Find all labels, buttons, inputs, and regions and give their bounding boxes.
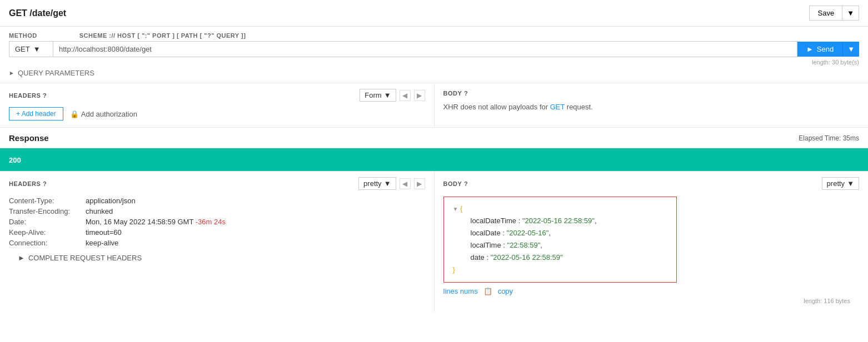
copy-icon: 📋 — [483, 287, 492, 295]
headers-controls: Form ▼ ◀ ▶ — [360, 89, 425, 102]
header-key: Keep-Alive: — [9, 228, 81, 237]
headers-title-row: HEADERS ? — [9, 91, 47, 99]
response-panels: HEADERS ? pretty ▼ ◀ ▶ Content-Type: app… — [0, 171, 868, 312]
query-params-label: QUERY PARAMETERS — [18, 69, 94, 77]
table-row: Keep-Alive: timeout=60 — [9, 228, 425, 237]
complete-request-headers-toggle[interactable]: ► COMPLETE REQUEST HEADERS — [9, 249, 425, 266]
top-bar: GET /date/get Save ▼ — [0, 0, 868, 27]
status-bar: 200 — [0, 148, 868, 171]
table-row: Transfer-Encoding: chunked — [9, 207, 425, 215]
url-input[interactable] — [53, 41, 797, 57]
method-url-row: GET ▼ ► Send ▼ — [9, 41, 859, 57]
header-val: chunked — [86, 207, 113, 215]
body-note-prefix: XHR does not allow payloads for — [443, 103, 550, 111]
header-val: keep-alive — [86, 239, 118, 247]
headers-help-icon[interactable]: ? — [43, 92, 47, 99]
status-code: 200 — [9, 156, 21, 164]
body-title: BODY — [443, 90, 462, 97]
response-header: Response Elapsed Time: 35ms — [0, 128, 868, 148]
lines-nums-label[interactable]: lines nums — [443, 287, 478, 295]
label-row: METHOD SCHEME :// HOST [ ":" PORT ] [ PA… — [9, 32, 859, 39]
header-actions: + Add header 🔒 Add authorization — [9, 107, 425, 120]
json-line: localTime : "22:58:59", — [453, 239, 667, 252]
header-key: Date: — [9, 218, 81, 226]
save-dropdown-button[interactable]: ▼ — [842, 6, 859, 21]
header-val: application/json — [86, 197, 136, 205]
elapsed-time: Elapsed Time: 35ms — [799, 134, 859, 142]
form-label: Form — [365, 91, 381, 99]
resp-headers-title-row: HEADERS ? — [9, 179, 47, 188]
send-dropdown-button[interactable]: ▼ — [842, 42, 859, 57]
method-select[interactable]: GET ▼ — [9, 41, 53, 57]
add-authorization-button[interactable]: 🔒 Add authorization — [70, 110, 137, 118]
resp-body-panel-header: BODY ? pretty ▼ — [443, 177, 860, 190]
body-note-suffix: request. — [567, 103, 593, 111]
request-section: METHOD SCHEME :// HOST [ ":" PORT ] [ PA… — [0, 27, 868, 83]
resp-headers-collapse-right-icon[interactable]: ▶ — [414, 178, 425, 189]
resp-headers-help-icon[interactable]: ? — [43, 180, 47, 187]
header-key: Transfer-Encoding: — [9, 207, 81, 215]
resp-headers-pretty-label: pretty — [363, 179, 382, 188]
send-button[interactable]: ► Send — [797, 42, 842, 57]
header-val: timeout=60 — [86, 228, 122, 237]
body-get-link: GET — [550, 103, 565, 111]
resp-body-pretty-dropdown[interactable]: pretty ▼ — [822, 177, 859, 190]
body-panel-header: BODY ? — [443, 89, 860, 97]
resp-headers-panel-header: HEADERS ? pretty ▼ ◀ ▶ — [9, 177, 425, 190]
body-title-row: BODY ? — [443, 89, 468, 97]
resp-headers-title: HEADERS — [9, 180, 41, 187]
resp-body-title: BODY — [443, 180, 462, 187]
response-headers-panel: HEADERS ? pretty ▼ ◀ ▶ Content-Type: app… — [0, 172, 435, 312]
send-arrow-icon: ► — [806, 45, 814, 53]
method-arrow-icon: ▼ — [33, 45, 41, 53]
save-btn-group: Save ▼ — [809, 6, 859, 21]
json-viewer: ▼ { localDateTime : "2022-05-16 22:58:59… — [443, 197, 677, 283]
body-help-icon[interactable]: ? — [464, 90, 468, 97]
header-key: Connection: — [9, 239, 81, 247]
resp-body-title-row: BODY ? — [443, 179, 468, 188]
headers-body-section: HEADERS ? Form ▼ ◀ ▶ + Add header 🔒 Add … — [0, 83, 868, 128]
resp-headers-collapse-left-icon[interactable]: ◀ — [400, 178, 411, 189]
lock-icon: 🔒 — [70, 110, 79, 118]
table-row: Date: Mon, 16 May 2022 14:58:59 GMT -36m… — [9, 218, 425, 226]
collapse-right-icon[interactable]: ▶ — [414, 90, 425, 101]
headers-title: HEADERS — [9, 92, 41, 99]
header-val: Mon, 16 May 2022 14:58:59 GMT -36m 24s — [86, 218, 226, 226]
body-note: XHR does not allow payloads for GET requ… — [443, 103, 860, 111]
headers-panel-header: HEADERS ? Form ▼ ◀ ▶ — [9, 89, 425, 102]
response-body-panel: BODY ? pretty ▼ ▼ { localDateTime : "202… — [435, 172, 869, 312]
json-collapse-icon[interactable]: ▼ — [453, 206, 458, 212]
header-key: Content-Type: — [9, 197, 81, 205]
resp-headers-controls: pretty ▼ ◀ ▶ — [358, 177, 425, 190]
save-button[interactable]: Save — [809, 6, 842, 21]
json-line: } — [453, 264, 667, 276]
method-label: METHOD — [9, 32, 37, 39]
resp-headers-pretty-arrow-icon: ▼ — [384, 179, 391, 188]
json-line: ▼ { — [453, 203, 667, 215]
query-params-row[interactable]: ► QUERY PARAMETERS — [9, 69, 859, 77]
query-params-arrow-icon: ► — [9, 70, 14, 76]
collapse-left-icon[interactable]: ◀ — [400, 90, 411, 101]
json-line: localDateTime : "2022-05-16 22:58:59", — [453, 215, 667, 227]
response-title: Response — [9, 133, 49, 143]
json-line: localDate : "2022-05-16", — [453, 227, 667, 239]
scheme-label: SCHEME :// HOST [ ":" PORT ] [ PATH [ "?… — [79, 32, 246, 39]
resp-body-help-icon[interactable]: ? — [464, 180, 468, 187]
add-header-button[interactable]: + Add header — [9, 107, 63, 120]
response-header-table: Content-Type: application/json Transfer-… — [9, 197, 425, 247]
table-row: Connection: keep-alive — [9, 239, 425, 247]
resp-body-pretty-label: pretty — [827, 179, 845, 188]
resp-headers-pretty-dropdown[interactable]: pretty ▼ — [358, 177, 396, 190]
copy-label[interactable]: copy — [498, 287, 513, 295]
body-footer: lines nums 📋 copy — [443, 287, 860, 295]
form-arrow-icon: ▼ — [384, 91, 391, 99]
url-length-info: length: 30 byte(s) — [9, 59, 859, 66]
resp-body-controls: pretty ▼ — [822, 177, 859, 190]
resp-body-pretty-arrow-icon: ▼ — [847, 179, 854, 188]
response-length-info: length: 116 bytes — [443, 295, 860, 306]
body-request-panel: BODY ? XHR does not allow payloads for G… — [435, 83, 869, 127]
method-value: GET — [15, 45, 30, 53]
form-dropdown[interactable]: Form ▼ — [360, 89, 396, 102]
page-title: GET /date/get — [9, 8, 66, 18]
add-auth-label: Add authorization — [81, 110, 137, 118]
